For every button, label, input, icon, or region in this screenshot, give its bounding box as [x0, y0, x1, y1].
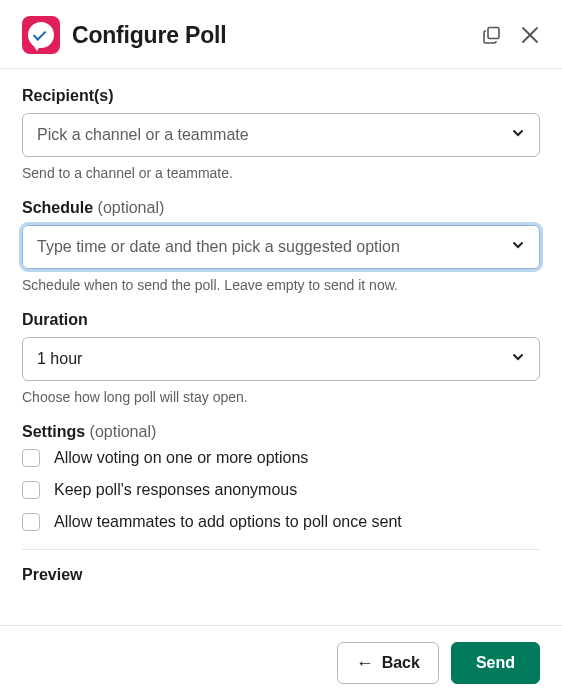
duration-value: 1 hour	[37, 350, 82, 368]
arrow-left-icon: ←	[356, 654, 374, 672]
preview-label: Preview	[22, 566, 540, 584]
poll-app-icon	[22, 16, 60, 54]
send-button[interactable]: Send	[451, 642, 540, 684]
schedule-select[interactable]: Type time or date and then pick a sugges…	[22, 225, 540, 269]
checkbox-label: Allow voting on one or more options	[54, 449, 308, 467]
schedule-label: Schedule (optional)	[22, 199, 540, 217]
duration-label: Duration	[22, 311, 540, 329]
new-window-icon[interactable]	[482, 25, 502, 45]
chevron-down-icon	[511, 350, 525, 368]
settings-label: Settings (optional)	[22, 423, 540, 441]
chevron-down-icon	[511, 238, 525, 256]
checkbox-icon	[22, 481, 40, 499]
checkbox-icon	[22, 449, 40, 467]
recipients-helper: Send to a channel or a teammate.	[22, 165, 540, 181]
checkbox-icon	[22, 513, 40, 531]
recipients-label: Recipient(s)	[22, 87, 540, 105]
close-icon[interactable]	[520, 25, 540, 45]
settings-option-anonymous[interactable]: Keep poll's responses anonymous	[22, 481, 540, 499]
checkbox-label: Allow teammates to add options to poll o…	[54, 513, 402, 531]
svg-rect-0	[488, 28, 499, 39]
back-button[interactable]: ← Back	[337, 642, 439, 684]
chevron-down-icon	[511, 126, 525, 144]
duration-select[interactable]: 1 hour	[22, 337, 540, 381]
schedule-helper: Schedule when to send the poll. Leave em…	[22, 277, 540, 293]
recipients-select[interactable]: Pick a channel or a teammate	[22, 113, 540, 157]
duration-helper: Choose how long poll will stay open.	[22, 389, 540, 405]
schedule-placeholder: Type time or date and then pick a sugges…	[37, 238, 400, 256]
checkbox-label: Keep poll's responses anonymous	[54, 481, 297, 499]
dialog-title: Configure Poll	[72, 22, 470, 49]
settings-option-add-options[interactable]: Allow teammates to add options to poll o…	[22, 513, 540, 531]
recipients-placeholder: Pick a channel or a teammate	[37, 126, 249, 144]
settings-option-multivote[interactable]: Allow voting on one or more options	[22, 449, 540, 467]
